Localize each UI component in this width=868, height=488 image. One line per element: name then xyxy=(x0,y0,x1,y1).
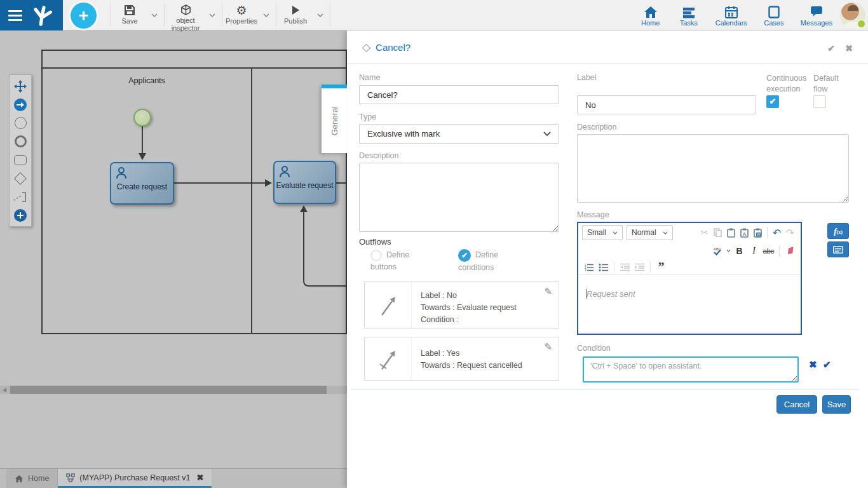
spellcheck-icon[interactable]: ABC xyxy=(710,244,724,257)
svg-text:A: A xyxy=(743,231,747,237)
palette-gateway-tool[interactable] xyxy=(10,169,31,187)
cut-icon[interactable]: ✂ xyxy=(698,226,711,240)
properties-dropdown-chevron[interactable] xyxy=(259,1,274,30)
hamburger-menu-icon[interactable] xyxy=(8,8,22,24)
pool-header-band xyxy=(43,51,346,69)
outflow-condition-line: Condition : xyxy=(421,314,517,326)
tab-general[interactable]: General xyxy=(322,85,347,153)
continuous-execution-checkbox[interactable]: ✔ xyxy=(766,95,779,108)
properties-button[interactable]: ⚙ Properties xyxy=(224,1,259,30)
label-input[interactable] xyxy=(577,95,756,114)
brand-logo-icon xyxy=(30,3,54,28)
editor-toolbar-row3: 123 ” xyxy=(578,259,801,275)
home-tab-icon xyxy=(15,475,24,483)
outflow-towards-line: Towards : Evaluate request xyxy=(421,302,517,314)
save-panel-button[interactable]: Save xyxy=(822,395,851,414)
app-logo[interactable] xyxy=(0,0,63,30)
cancel-button[interactable]: Cancel xyxy=(776,395,817,414)
nav-cases[interactable]: Cases xyxy=(763,4,785,27)
object-inspector-button[interactable]: object inspector xyxy=(166,1,205,30)
palette-end-event-tool[interactable] xyxy=(10,132,31,151)
numbered-list-icon[interactable]: 123 xyxy=(582,261,595,274)
description2-label: Description xyxy=(577,123,617,132)
user-task-icon xyxy=(115,166,128,179)
select-caret-icon xyxy=(663,231,668,234)
default-flow-checkbox[interactable] xyxy=(813,95,826,108)
panel-apply-icon[interactable]: ✔ xyxy=(827,43,835,53)
outdent-icon[interactable] xyxy=(618,261,632,274)
radio-define-conditions[interactable]: ✔Define conditions xyxy=(458,249,517,274)
object-inspector-dropdown-chevron[interactable] xyxy=(205,1,220,30)
scroll-left-arrow[interactable] xyxy=(0,386,9,394)
nav-home[interactable]: Home xyxy=(639,4,662,27)
outflow-towards-line: Towards : Request cancelled xyxy=(421,360,522,372)
horizontal-scrollbar[interactable] xyxy=(0,386,347,394)
font-size-select[interactable]: Small xyxy=(582,225,623,240)
palette-task-tool[interactable] xyxy=(10,151,31,169)
message-editor-body[interactable]: Request sent xyxy=(578,275,801,331)
publish-dropdown-chevron[interactable] xyxy=(313,1,328,30)
palette-add-tool[interactable] xyxy=(10,206,31,224)
palette-annotation-tool[interactable] xyxy=(10,187,31,206)
scrollbar-thumb[interactable] xyxy=(10,386,327,394)
undo-icon[interactable]: ↶ xyxy=(770,226,783,240)
gear-icon: ⚙ xyxy=(236,4,247,17)
diagram-canvas[interactable]: Applicants Create request Evaluate reque… xyxy=(0,30,347,468)
start-event[interactable] xyxy=(133,109,151,126)
process-tab-icon xyxy=(66,473,75,482)
type-select[interactable]: Exclusive with mark xyxy=(359,124,559,144)
indent-icon[interactable] xyxy=(633,261,646,274)
save-button[interactable]: Save xyxy=(112,1,147,30)
application-window: + Save object inspector xyxy=(0,0,868,488)
bold-icon[interactable]: B xyxy=(733,244,746,257)
insert-field-button[interactable] xyxy=(827,241,849,257)
outflow-card-yes[interactable]: Label : Yes Towards : Request cancelled … xyxy=(364,337,559,381)
save-dropdown-chevron[interactable] xyxy=(147,1,162,30)
editor-toolbar-row1: Small Normal ✂ A W xyxy=(578,223,801,242)
remove-format-eraser-icon[interactable] xyxy=(783,244,797,257)
task-evaluate-request[interactable]: Evaluate request xyxy=(273,161,336,204)
add-new-button[interactable]: + xyxy=(71,3,97,29)
italic-icon[interactable]: I xyxy=(747,244,761,257)
cases-icon xyxy=(768,4,780,18)
condition-cancel-icon[interactable]: ✖ xyxy=(809,359,817,370)
blockquote-icon[interactable]: ” xyxy=(654,261,668,274)
panel-close-icon[interactable]: ✖ xyxy=(845,43,853,53)
publish-button[interactable]: Publish xyxy=(278,1,313,30)
palette-start-event-tool[interactable] xyxy=(10,114,31,132)
paste-from-word-icon[interactable]: W xyxy=(751,226,764,240)
nav-calendars[interactable]: Calendars xyxy=(715,4,747,27)
name-input[interactable] xyxy=(359,85,559,104)
task-label: Evaluate request xyxy=(275,181,335,190)
paragraph-format-select[interactable]: Normal xyxy=(627,225,673,240)
home-icon xyxy=(644,4,658,18)
copy-icon[interactable] xyxy=(711,226,724,240)
top-toolbar: + Save object inspector xyxy=(0,0,868,30)
palette-sequence-flow-tool[interactable] xyxy=(10,95,31,114)
radio-define-buttons[interactable]: Define buttons xyxy=(370,249,429,274)
condition-textarea[interactable] xyxy=(583,356,799,383)
footer-divider xyxy=(351,389,859,390)
insert-expression-button[interactable]: f(x) xyxy=(827,223,849,239)
tab-home[interactable]: Home xyxy=(6,469,58,488)
paste-as-text-icon[interactable]: A xyxy=(738,226,751,240)
condition-confirm-icon[interactable]: ✔ xyxy=(823,359,831,370)
description-textarea[interactable] xyxy=(359,163,559,232)
redo-icon[interactable]: ↷ xyxy=(783,226,797,240)
paste-icon[interactable] xyxy=(724,226,738,240)
outflow-card-no[interactable]: Label : No Towards : Evaluate request Co… xyxy=(364,281,559,329)
nav-tasks[interactable]: Tasks xyxy=(677,4,700,27)
edit-pencil-icon[interactable]: ✎ xyxy=(544,286,552,297)
description2-textarea[interactable] xyxy=(577,134,849,203)
edit-pencil-icon[interactable]: ✎ xyxy=(544,341,552,353)
task-create-request[interactable]: Create request xyxy=(110,162,174,205)
spellcheck-caret-icon[interactable] xyxy=(725,244,731,257)
shape-palette xyxy=(9,74,32,227)
palette-move-tool[interactable] xyxy=(10,77,31,95)
tab-purchase-request[interactable]: (MYAPP) Purchase Request v1 ✖ xyxy=(58,469,212,488)
messages-icon xyxy=(810,4,824,18)
nav-messages[interactable]: Messages xyxy=(801,4,832,27)
close-tab-icon[interactable]: ✖ xyxy=(197,473,204,482)
bullet-list-icon[interactable] xyxy=(597,261,610,274)
strikethrough-icon[interactable]: abc xyxy=(762,244,775,257)
